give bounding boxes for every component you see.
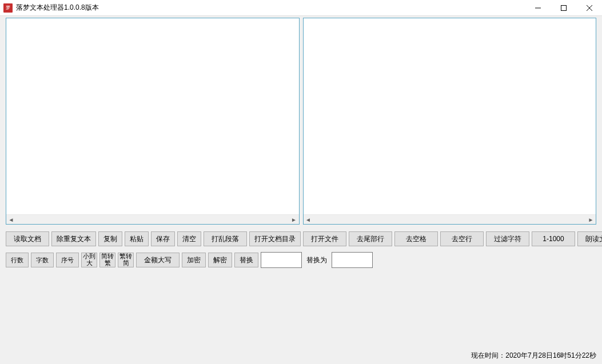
copy-button[interactable]: 复制: [98, 231, 122, 246]
textarea-container: ◄ ► ◄ ►: [6, 18, 596, 225]
right-textarea-wrap: ◄ ►: [303, 18, 597, 225]
scroll-right-icon[interactable]: ►: [586, 215, 596, 225]
clear-button[interactable]: 清空: [177, 231, 201, 246]
decrypt-button[interactable]: 解密: [208, 253, 232, 267]
trim-space-button[interactable]: 去空格: [394, 231, 438, 246]
encrypt-button[interactable]: 加密: [182, 253, 206, 267]
close-button[interactable]: [576, 0, 602, 15]
client-area: ◄ ► ◄ ► 读取文档 除重复文本 复制 粘贴 保存 清空 打乱段落 打开文档…: [0, 16, 602, 364]
right-textarea[interactable]: [304, 18, 596, 214]
trad-to-simp-button[interactable]: 繁转简: [118, 253, 134, 267]
read-doc-button[interactable]: 读取文档: [6, 231, 49, 246]
replace-button[interactable]: 替换: [234, 253, 258, 267]
scroll-right-icon[interactable]: ►: [289, 215, 299, 225]
open-doc-dir-button[interactable]: 打开文档目录: [249, 231, 301, 246]
save-button[interactable]: 保存: [151, 231, 175, 246]
maximize-button[interactable]: [551, 0, 576, 15]
scroll-left-icon[interactable]: ◄: [304, 215, 313, 225]
window-title: 落梦文本处理器1.0.0.8版本: [16, 3, 525, 13]
line-count-button[interactable]: 行数: [6, 253, 29, 267]
amount-upper-button[interactable]: 金额大写: [136, 253, 180, 267]
right-scrollbar[interactable]: ◄ ►: [304, 214, 596, 224]
paste-button[interactable]: 粘贴: [125, 231, 149, 246]
left-textarea[interactable]: [6, 18, 299, 214]
filter-char-button[interactable]: 过滤字符: [486, 231, 529, 246]
simp-to-trad-button[interactable]: 简转繁: [99, 253, 115, 267]
open-file-button[interactable]: 打开文件: [303, 231, 346, 246]
scroll-left-icon[interactable]: ◄: [6, 215, 16, 225]
left-scrollbar[interactable]: ◄ ►: [6, 214, 299, 224]
replace-to-input[interactable]: [332, 252, 373, 268]
minimize-button[interactable]: [525, 0, 551, 15]
trim-tail-button[interactable]: 去尾部行: [349, 231, 392, 246]
range-button[interactable]: 1-1000: [532, 231, 575, 246]
shuffle-paragraph-button[interactable]: 打乱段落: [204, 231, 247, 246]
read-aloud-button[interactable]: 朗读文本: [577, 231, 602, 246]
window-controls: [525, 0, 602, 15]
index-button[interactable]: 序号: [56, 253, 79, 267]
toolbar-row-1: 读取文档 除重复文本 复制 粘贴 保存 清空 打乱段落 打开文档目录 打开文件 …: [6, 231, 596, 246]
remove-duplicate-button[interactable]: 除重复文本: [51, 231, 96, 246]
trim-empty-line-button[interactable]: 去空行: [440, 231, 484, 246]
svg-rect-1: [561, 5, 566, 10]
replace-label: 替换为: [306, 255, 327, 265]
replace-from-input[interactable]: [261, 252, 302, 268]
sort-asc-button[interactable]: 小到大: [81, 253, 97, 267]
char-count-button[interactable]: 字数: [31, 253, 54, 267]
left-textarea-wrap: ◄ ►: [6, 18, 300, 225]
toolbar-row-2: 行数 字数 序号 小到大 简转繁 繁转简 金额大写 加密 解密 替换 替换为: [6, 252, 596, 268]
status-time: 现在时间：2020年7月28日16时51分22秒: [471, 351, 596, 361]
app-icon: 梦: [3, 3, 13, 13]
titlebar: 梦 落梦文本处理器1.0.0.8版本: [0, 0, 602, 16]
